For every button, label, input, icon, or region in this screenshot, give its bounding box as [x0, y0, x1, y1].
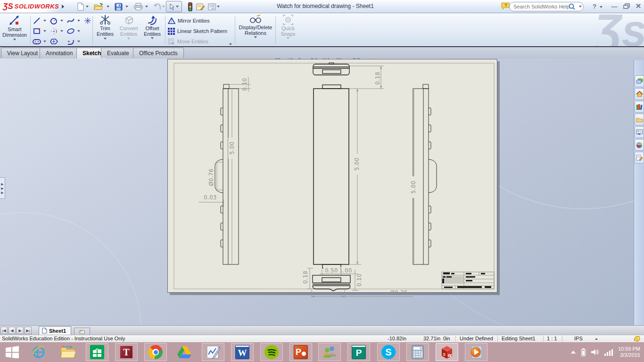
taskbar-windows-store[interactable]	[86, 343, 108, 361]
rectangle-tool-button[interactable]	[32, 26, 41, 36]
undo-button[interactable]	[152, 1, 162, 12]
taskbar-word[interactable]: W	[231, 343, 254, 361]
help-button[interactable]: ?	[589, 1, 600, 11]
dimension-label[interactable]: 5.00	[410, 181, 417, 194]
taskbar-clock[interactable]: 10:59 PM 3/3/2015	[618, 346, 640, 358]
custom-properties-button[interactable]	[635, 152, 644, 164]
dropdown-caret[interactable]	[151, 37, 154, 39]
options-dropdown-caret[interactable]	[217, 6, 220, 8]
taskbar-skype[interactable]: S	[377, 343, 400, 361]
slot-dropdown-caret[interactable]	[43, 41, 46, 42]
start-button[interactable]	[1, 343, 24, 361]
taskbar-publisher[interactable]: P	[347, 343, 370, 361]
restore-button[interactable]	[621, 1, 632, 11]
help-dropdown-caret[interactable]	[600, 6, 603, 8]
search-icon[interactable]	[569, 3, 576, 12]
print-dropdown-caret[interactable]	[145, 6, 148, 8]
taskbar-media-player[interactable]	[465, 343, 487, 361]
select-dropdown-caret[interactable]	[176, 6, 179, 8]
rectangle-dropdown-caret[interactable]	[43, 30, 46, 32]
prev-sheet-button[interactable]: ◀	[8, 327, 16, 334]
tag-icon[interactable]	[634, 336, 640, 342]
open-button[interactable]	[93, 1, 104, 12]
fillet-dropdown-caret[interactable]	[77, 41, 80, 42]
units-selector[interactable]: IPS	[574, 336, 583, 341]
tray-expand-caret[interactable]	[571, 351, 576, 354]
network-signal-icon[interactable]	[604, 348, 613, 356]
minimize-button[interactable]: —	[609, 1, 619, 11]
taskbar-powerpoint[interactable]: P	[289, 343, 312, 361]
tab-office-products[interactable]: Office Products	[133, 48, 184, 58]
dimension-label[interactable]: 0.03	[204, 194, 217, 201]
dimension-label[interactable]: 0.10	[241, 78, 248, 91]
dimension-label[interactable]: 0.18	[374, 72, 381, 85]
options-button[interactable]	[206, 1, 217, 12]
taskbar-messenger[interactable]	[318, 343, 341, 361]
graphics-area[interactable]: — ✕ ▶ ▶ ▶	[0, 58, 644, 325]
new-dropdown-caret[interactable]	[86, 6, 89, 8]
design-library-button[interactable]	[635, 101, 644, 113]
select-tool-button[interactable]	[166, 1, 182, 12]
tab-evaluate[interactable]: Evaluate	[101, 48, 135, 58]
menu-expand-arrow[interactable]	[60, 1, 66, 12]
file-properties-button[interactable]	[195, 1, 206, 12]
print-button[interactable]	[133, 1, 143, 12]
new-document-button[interactable]	[75, 1, 86, 12]
dimension-label[interactable]: Ø0.76	[208, 168, 215, 186]
search-dropdown-caret[interactable]	[579, 6, 582, 8]
dimension-label[interactable]: 0.50	[325, 267, 338, 274]
tab-view-layout[interactable]: View Layout	[1, 48, 44, 58]
fillet-tool-button[interactable]	[66, 37, 75, 46]
dropdown-caret[interactable]	[254, 36, 257, 38]
battery-icon[interactable]	[580, 348, 586, 356]
display-delete-relations-button[interactable]: Display/Delete Relations	[239, 15, 272, 46]
tab-annotation[interactable]: Annotation	[40, 48, 79, 58]
smart-dimension-button[interactable]: Smart Dimension	[1, 15, 28, 46]
line-dropdown-caret[interactable]	[43, 20, 46, 22]
taskbar-file-explorer[interactable]	[57, 343, 79, 361]
circle-tool-button[interactable]	[49, 16, 58, 25]
volume-icon[interactable]	[591, 348, 599, 356]
line-tool-button[interactable]	[32, 16, 41, 25]
polygon-tool-button[interactable]	[49, 37, 58, 46]
dropdown-caret[interactable]	[13, 39, 16, 41]
circle-dropdown-caret[interactable]	[60, 20, 63, 22]
feature-tree-flyout[interactable]: ▶ ▶ ▶	[0, 177, 5, 199]
sheet1-tab[interactable]: Sheet1	[39, 326, 71, 335]
appearances-button[interactable]	[635, 139, 644, 151]
offset-entities-button[interactable]: Offset Entities	[141, 15, 163, 46]
resources-button[interactable]	[635, 88, 644, 100]
dimension-label[interactable]: 5.00	[229, 141, 235, 155]
taskbar-journal[interactable]	[202, 343, 224, 361]
save-dropdown-caret[interactable]	[125, 6, 128, 8]
ellipse-dropdown-caret[interactable]	[77, 30, 80, 32]
open-dropdown-caret[interactable]	[107, 6, 109, 8]
taskbar-google-drive[interactable]	[173, 343, 196, 361]
spline-dropdown-caret[interactable]	[77, 20, 80, 22]
spline-tool-button[interactable]	[66, 16, 75, 25]
point-tool-button[interactable]	[83, 16, 92, 25]
convert-entities-button[interactable]: Convert Entities	[117, 15, 140, 46]
add-sheet-tab[interactable]	[74, 328, 90, 335]
linear-sketch-pattern-button[interactable]: Linear Sketch Pattern	[168, 26, 227, 36]
taskbar-solidworks[interactable]: SW	[436, 343, 458, 361]
drawing-sheet[interactable]: 0.10 0.18 5.00 Ø0.76 0.03 5.00 5.00 0.50…	[167, 59, 497, 293]
linear-pattern-dropdown-caret[interactable]	[229, 43, 232, 45]
arc-tool-button[interactable]	[49, 26, 58, 36]
view-palette-button[interactable]	[635, 126, 644, 138]
dimension-label[interactable]: 0.18	[302, 271, 309, 284]
arc-dropdown-caret[interactable]	[60, 30, 63, 32]
slot-tool-button[interactable]	[32, 37, 41, 46]
forum-button[interactable]	[635, 75, 644, 87]
first-sheet-button[interactable]: |◀	[0, 327, 8, 334]
mirror-entities-button[interactable]: Mirror Entities	[168, 16, 210, 25]
taskbar-internet-explorer[interactable]	[27, 343, 50, 361]
units-caret[interactable]	[595, 338, 598, 340]
trim-entities-button[interactable]: Trim Entities	[94, 15, 116, 46]
next-sheet-button[interactable]: ▶	[17, 327, 24, 334]
dimension-label[interactable]: Ø0.76	[390, 289, 407, 296]
dropdown-caret[interactable]	[104, 38, 107, 40]
rebuild-button[interactable]	[185, 1, 195, 12]
taskbar-chrome[interactable]	[144, 343, 167, 361]
ellipse-tool-button[interactable]	[66, 26, 75, 36]
